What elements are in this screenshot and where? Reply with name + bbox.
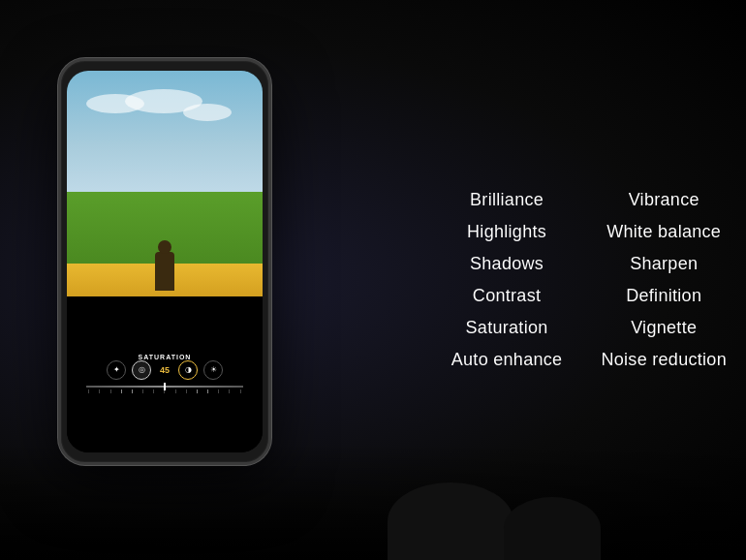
exposure-icon[interactable]: ◎ <box>132 360 151 380</box>
saturation-icon[interactable]: ◑ <box>178 360 198 380</box>
tick-14 <box>229 389 230 393</box>
tick-7 <box>153 389 154 393</box>
tick-5 <box>132 389 133 393</box>
cloud-3 <box>183 104 232 121</box>
tick-13 <box>218 389 219 393</box>
tick-11 <box>197 389 198 393</box>
control-icons-row: ✦ ◎ 45 ◑ ☀ <box>107 360 223 380</box>
phone-screen: SATURATION ✦ ◎ 45 ◑ ☀ <box>67 71 263 452</box>
feature-auto-enhance: Auto enhance <box>451 347 563 373</box>
tick-3 <box>110 389 111 393</box>
feature-saturation: Saturation <box>451 315 563 341</box>
features-panel: Brilliance Highlights Shadows Contrast S… <box>451 187 727 373</box>
tick-10 <box>186 389 187 393</box>
feature-vibrance: Vibrance <box>601 187 727 213</box>
slider-center-mark <box>164 383 166 390</box>
adjustment-slider[interactable] <box>86 386 243 388</box>
audience-silhouette-2 <box>504 497 601 560</box>
value-display: 45 <box>157 365 172 375</box>
feature-brilliance: Brilliance <box>451 187 563 213</box>
tick-6 <box>142 389 143 393</box>
feature-column-left: Brilliance Highlights Shadows Contrast S… <box>451 187 563 373</box>
feature-sharpen: Sharpen <box>601 251 727 277</box>
brightness-icon[interactable]: ✦ <box>107 360 126 380</box>
photo-controls-area: SATURATION ✦ ◎ 45 ◑ ☀ <box>67 346 263 452</box>
phone-frame: SATURATION ✦ ◎ 45 ◑ ☀ <box>58 58 271 465</box>
feature-definition: Definition <box>601 283 727 309</box>
feature-contrast: Contrast <box>451 283 563 309</box>
tick-2 <box>99 389 100 393</box>
clouds <box>77 84 253 167</box>
feature-shadows: Shadows <box>451 251 563 277</box>
tick-1 <box>88 389 89 393</box>
feature-column-right: Vibrance White balance Sharpen Definitio… <box>601 187 727 373</box>
phone-mockup: SATURATION ✦ ◎ 45 ◑ ☀ <box>58 58 271 465</box>
temperature-icon[interactable]: ☀ <box>203 360 223 380</box>
feature-white-balance: White balance <box>601 219 727 245</box>
tick-4 <box>121 389 122 393</box>
saturation-label: SATURATION <box>139 354 192 360</box>
tick-12 <box>207 389 208 393</box>
feature-vignette: Vignette <box>601 315 727 341</box>
feature-noise-reduction: Noise reduction <box>601 347 727 373</box>
feature-highlights: Highlights <box>451 219 563 245</box>
tick-15 <box>240 389 241 393</box>
tick-9 <box>175 389 176 393</box>
person-figure <box>155 252 174 291</box>
audience-silhouette-1 <box>388 482 513 560</box>
photo-display <box>67 71 263 346</box>
